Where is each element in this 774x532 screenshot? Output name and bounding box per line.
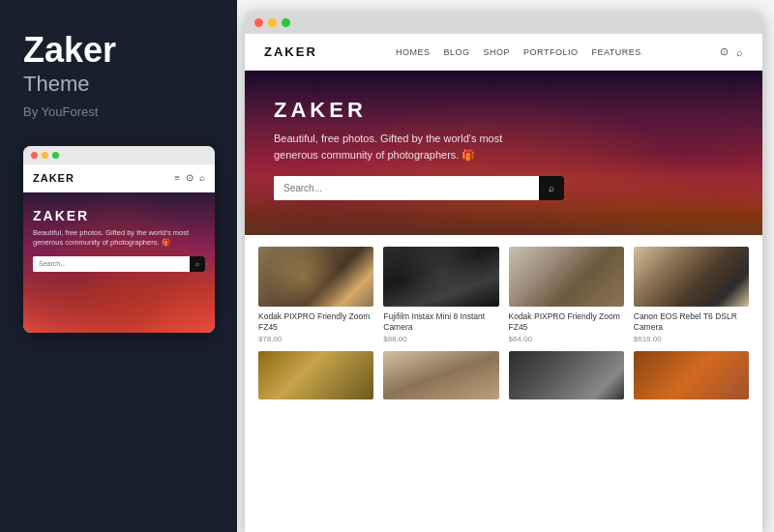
product-price-4: $619.00 (634, 335, 749, 343)
dot-yellow (42, 152, 48, 159)
desktop-search-icon[interactable]: ⌕ (736, 46, 743, 58)
user-icon[interactable]: ⊙ (186, 172, 194, 183)
desktop-nav: ZAKER HOMES BLOG SHOP PORTFOLIO FEATURES… (245, 34, 762, 71)
dot-green (52, 152, 59, 159)
product-image-4 (634, 247, 749, 307)
left-panel: Zaker Theme By YouForest ZAKER ≡ ⊙ ⌕ ZAK… (0, 0, 237, 532)
mobile-browser-bar (23, 146, 215, 164)
product-name-4: Canon EOS Rebel T6 DSLR Camera (634, 311, 749, 333)
product-price-1: $78.00 (258, 335, 373, 343)
product-card-1[interactable]: Kodak PIXPRO Friendly Zoom FZ45 $78.00 (258, 247, 373, 343)
mobile-logo: ZAKER (33, 172, 74, 184)
mobile-search-input[interactable] (33, 256, 190, 272)
mobile-hero-content: ZAKER Beautiful, free photos. Gifted by … (33, 208, 205, 272)
product-image-row2-4 (634, 351, 749, 399)
desktop-hero-content: ZAKER Beautiful, free photos. Gifted by … (274, 98, 733, 200)
desktop-browser-bar (245, 12, 762, 34)
product-card-2[interactable]: Fujifilm Instax Mini 8 Instant Camera $8… (383, 247, 498, 343)
desktop-search-bar: ⌕ (274, 176, 564, 200)
brand-title: Zaker (23, 31, 214, 70)
desktop-nav-right: ⊙ ⌕ (720, 45, 743, 58)
product-image-row2-3 (509, 351, 624, 399)
mobile-nav: ZAKER ≡ ⊙ ⌕ (23, 164, 215, 192)
products-section: Kodak PIXPRO Friendly Zoom FZ45 $78.00 F… (245, 235, 762, 532)
brand-author: By YouForest (23, 104, 214, 119)
mobile-hero: ZAKER Beautiful, free photos. Gifted by … (23, 192, 215, 333)
desktop-nav-menu: HOMES BLOG SHOP PORTFOLIO FEATURES (396, 47, 641, 57)
desktop-hero: ZAKER Beautiful, free photos. Gifted by … (245, 71, 762, 235)
product-image-1 (258, 247, 373, 307)
desktop-hero-desc: Beautiful, free photos. Gifted by the wo… (274, 131, 545, 163)
product-image-row2-1 (258, 351, 373, 399)
product-card-3[interactable]: Kodak PIXPRO Friendly Zoom FZ45 $64.00 (509, 247, 624, 343)
nav-blog[interactable]: BLOG (444, 47, 470, 57)
mobile-search-bar: ⌕ (33, 256, 205, 272)
mobile-nav-icons: ≡ ⊙ ⌕ (174, 172, 205, 183)
mobile-preview: ZAKER ≡ ⊙ ⌕ ZAKER Beautiful, free photos… (23, 146, 215, 333)
brand-subtitle: Theme (23, 72, 214, 97)
search-icon[interactable]: ⌕ (199, 172, 205, 183)
mobile-search-button[interactable]: ⌕ (190, 256, 205, 272)
desktop-dot-yellow (268, 18, 277, 27)
nav-portfolio[interactable]: PORTFOLIO (523, 47, 578, 57)
products-grid-row2 (258, 351, 749, 399)
product-name-1: Kodak PIXPRO Friendly Zoom FZ45 (258, 311, 373, 333)
desktop-search-button[interactable]: ⌕ (539, 176, 564, 200)
product-price-3: $64.00 (509, 335, 624, 343)
products-grid: Kodak PIXPRO Friendly Zoom FZ45 $78.00 F… (258, 247, 749, 343)
desktop-logo: ZAKER (264, 44, 317, 59)
hamburger-icon[interactable]: ≡ (174, 172, 180, 183)
desktop-dot-red (254, 18, 263, 27)
nav-homes[interactable]: HOMES (396, 47, 431, 57)
product-image-3 (509, 247, 624, 307)
nav-features[interactable]: FEATURES (591, 47, 640, 57)
product-image-2 (383, 247, 498, 307)
product-name-3: Kodak PIXPRO Friendly Zoom FZ45 (509, 311, 624, 333)
mobile-hero-title: ZAKER (33, 208, 205, 223)
desktop-search-input[interactable] (274, 176, 539, 200)
mobile-hero-desc: Beautiful, free photos. Gifted by the wo… (33, 228, 205, 249)
product-name-2: Fujifilm Instax Mini 8 Instant Camera (383, 311, 498, 333)
product-image-row2-2 (383, 351, 498, 399)
product-card-4[interactable]: Canon EOS Rebel T6 DSLR Camera $619.00 (634, 247, 749, 343)
right-panel: ZAKER HOMES BLOG SHOP PORTFOLIO FEATURES… (237, 0, 774, 532)
desktop-user-icon[interactable]: ⊙ (720, 45, 729, 58)
product-price-2: $88.00 (383, 335, 498, 343)
desktop-dot-green (282, 18, 290, 27)
dot-red (31, 152, 38, 159)
nav-shop[interactable]: SHOP (484, 47, 511, 57)
desktop-preview: ZAKER HOMES BLOG SHOP PORTFOLIO FEATURES… (245, 12, 762, 532)
desktop-hero-title: ZAKER (274, 98, 733, 123)
